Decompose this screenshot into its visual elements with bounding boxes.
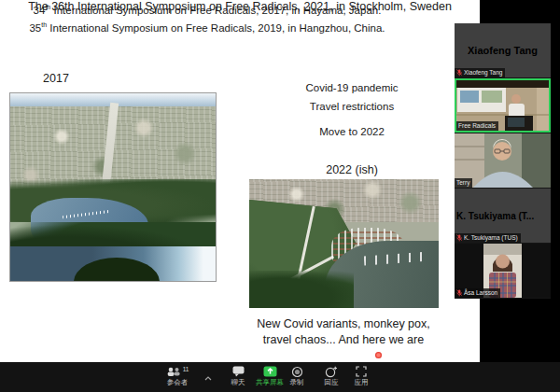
slide-bottom-lines: New Covid variants, monkey pox, travel c… (241, 316, 446, 347)
participants-button[interactable]: 11 参会者 (157, 365, 198, 386)
nametag: Xiaofeng Tang (455, 68, 505, 77)
slide-title-line-3: The 36th International Symposium on Free… (0, 0, 480, 13)
people-icon (166, 367, 182, 377)
slide-bottom-line-2: travel chaos... And here we are (241, 332, 446, 348)
zoom-meeting-window: 34th International Symposium on Free Rad… (0, 0, 560, 392)
aerial-photo-2022-stockholm (249, 179, 439, 308)
slide-title-line-2: 35th International Symposium on Free Rad… (0, 18, 414, 35)
note-move: Move to 2022 (249, 126, 455, 137)
photo-2017-label: 2017 (0, 72, 112, 85)
video-tile-terry[interactable]: Terry (455, 133, 551, 188)
video-tile-xiaofeng-tang[interactable]: Xiaofeng Tang Xiaofeng Tang (455, 23, 551, 77)
laser-pointer-dot (375, 352, 382, 358)
video-tile-k-tsukiyama[interactable]: K. Tsukiyama (T... K. Tsukiyama (TUS) (455, 189, 551, 243)
meeting-toolbar: 11 参会者 聊天 (0, 362, 560, 392)
apps-icon (356, 366, 367, 377)
note-covid: Covid-19 pandemic (249, 82, 455, 93)
share-screen-icon (263, 366, 277, 377)
nametag: Terry (455, 178, 472, 188)
chat-bubble-icon (232, 366, 245, 377)
nametag: K. Tsukiyama (TUS) (455, 233, 521, 243)
video-tile-free-radicals[interactable]: Free Radicals (455, 78, 551, 133)
muted-mic-icon (456, 234, 462, 242)
aerial-photo-2017-stockholm (9, 92, 217, 282)
slide-bottom-line-1: New Covid variants, monkey pox, (241, 316, 446, 332)
photo-2022-label: 2022 (ish) (249, 163, 455, 176)
apps-button[interactable]: 应用 (341, 365, 382, 386)
chevron-up-icon (204, 376, 212, 381)
participants-video-strip: Xiaofeng Tang Xiaofeng Tang (455, 23, 551, 299)
shared-screen-slide: 34th International Symposium on Free Rad… (0, 0, 480, 362)
participants-menu-chevron[interactable] (204, 368, 212, 385)
reactions-plus-icon (325, 366, 338, 378)
video-tile-asa-larsson[interactable]: Åsa Larsson (455, 244, 551, 298)
participants-count: 11 (183, 366, 189, 372)
note-travel: Travel restrictions (249, 101, 455, 112)
muted-mic-icon (456, 289, 462, 297)
muted-mic-icon (456, 69, 462, 77)
record-icon (291, 366, 303, 378)
nametag: Free Radicals (456, 121, 498, 131)
nametag: Åsa Larsson (455, 288, 500, 298)
